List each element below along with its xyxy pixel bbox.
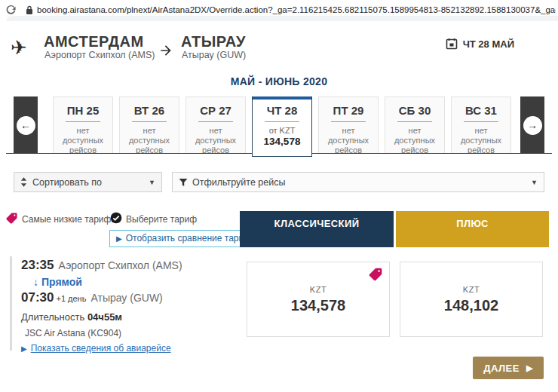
departure-time: 23:35 xyxy=(21,258,54,273)
month-range-label: МАЙ - ИЮНЬ 2020 xyxy=(0,75,558,87)
duration-value: 04ч55м xyxy=(87,311,122,323)
airplane-icon: ✈ xyxy=(11,36,27,60)
chevron-down-icon: ▼ xyxy=(531,179,538,186)
fare-price-classic: 134,578 xyxy=(291,297,345,314)
arrow-right-icon: → xyxy=(523,116,542,135)
arrival-airport: Атырау (GUW) xyxy=(90,292,162,304)
day-card-wed-27[interactable]: СР 27 нет доступных рейсов xyxy=(185,96,246,154)
selected-date-label: ЧТ 28 МАЙ xyxy=(463,38,514,50)
day-card-sun-31[interactable]: ВС 31 нет доступных рейсов xyxy=(451,96,511,154)
flight-row-divider xyxy=(10,256,12,351)
day-card-mon-25[interactable]: ПН 25 нет доступных рейсов xyxy=(53,96,113,154)
fare-column-classic[interactable]: КЛАССИЧЕСКИЙ xyxy=(240,211,394,247)
next-button-label: ДАЛЕЕ xyxy=(483,363,520,374)
sort-icon xyxy=(20,177,27,187)
next-button[interactable]: ДАЛЕЕ ▶ xyxy=(473,357,544,379)
arrow-right-icon: ▶ xyxy=(526,363,533,373)
chevron-down-icon: ▼ xyxy=(149,179,155,186)
sort-label: Сортировать по xyxy=(32,177,102,188)
currency-label: KZT xyxy=(463,285,480,294)
fare-cell-classic[interactable]: KZT 134,578 xyxy=(247,262,390,337)
airline-flight-number: JSC Air Astana (KC904) xyxy=(25,328,232,338)
legend-lowest-fares: Самые низкие тарифы xyxy=(22,214,118,225)
day-card-fri-29[interactable]: ПТ 29 нет доступных рейсов xyxy=(318,96,379,154)
calendar-icon xyxy=(446,38,458,50)
triangle-bullet-icon: ▶ xyxy=(21,345,27,353)
day-card-sat-30[interactable]: СБ 30 нет доступных рейсов xyxy=(385,96,445,154)
departure-airport: Аэропорт Схипхол (AMS) xyxy=(58,259,182,271)
filter-icon xyxy=(179,178,188,187)
triangle-bullet-icon: ▶ xyxy=(116,234,122,243)
fare-price-plus: 148,102 xyxy=(444,297,498,314)
selected-day-indicator xyxy=(253,96,311,100)
origin-airport: Аэропорт Схипхол (AMS) xyxy=(44,50,155,60)
lowest-fare-tag-icon xyxy=(368,267,383,282)
flight-details-link[interactable]: ▶ Показать сведения об авиарейсе xyxy=(21,343,232,354)
lowest-fare-tag-icon xyxy=(5,212,18,225)
arrival-day-offset: +1 день xyxy=(56,294,86,303)
lock-icon xyxy=(26,5,33,15)
arrival-time: 07:30 xyxy=(21,290,54,305)
route-arrow-icon xyxy=(158,43,173,58)
check-circle-icon xyxy=(110,212,122,224)
filter-label: Отфильтруйте рейсы xyxy=(192,177,285,188)
fare-cell-plus[interactable]: KZT 148,102 xyxy=(400,262,543,337)
currency-label: KZT xyxy=(310,285,327,294)
calendar-prev-button[interactable]: ← xyxy=(14,96,38,154)
url-bar[interactable]: booking.airastana.com/plnext/AirAstana2D… xyxy=(37,5,556,14)
filter-dropdown[interactable]: Отфильтруйте рейсы ▼ xyxy=(172,172,544,192)
stops-label: ↓Прямой xyxy=(33,276,232,288)
calendar-next-button[interactable]: → xyxy=(520,96,544,154)
flight-info: 23:35 Аэропорт Схипхол (AMS) ↓Прямой 07:… xyxy=(21,258,232,354)
fare-column-plus[interactable]: ПЛЮС xyxy=(396,211,549,247)
arrow-left-icon: ← xyxy=(17,116,35,135)
origin-city: АМСТЕРДАМ xyxy=(44,33,144,51)
reload-icon[interactable] xyxy=(5,4,17,15)
legend-select-fare: Выберите тариф xyxy=(126,214,197,225)
destination-airport: Атырау (GUW) xyxy=(182,50,246,60)
duration-row: Длительность 04ч55м xyxy=(21,311,232,323)
destination-city: АТЫРАУ xyxy=(181,33,246,51)
sort-dropdown[interactable]: Сортировать по ▼ xyxy=(14,172,162,192)
day-card-thu-28-selected[interactable]: ЧТ 28 от KZT 134,578 xyxy=(252,96,312,157)
day-card-tue-26[interactable]: ВТ 26 нет доступных рейсов xyxy=(119,96,179,154)
arrow-down-icon: ↓ xyxy=(33,276,38,288)
browser-bar: booking.airastana.com/plnext/AirAstana2D… xyxy=(0,0,558,21)
browser-bar-divider xyxy=(6,16,558,21)
selected-date-display[interactable]: ЧТ 28 МАЙ xyxy=(392,38,543,50)
